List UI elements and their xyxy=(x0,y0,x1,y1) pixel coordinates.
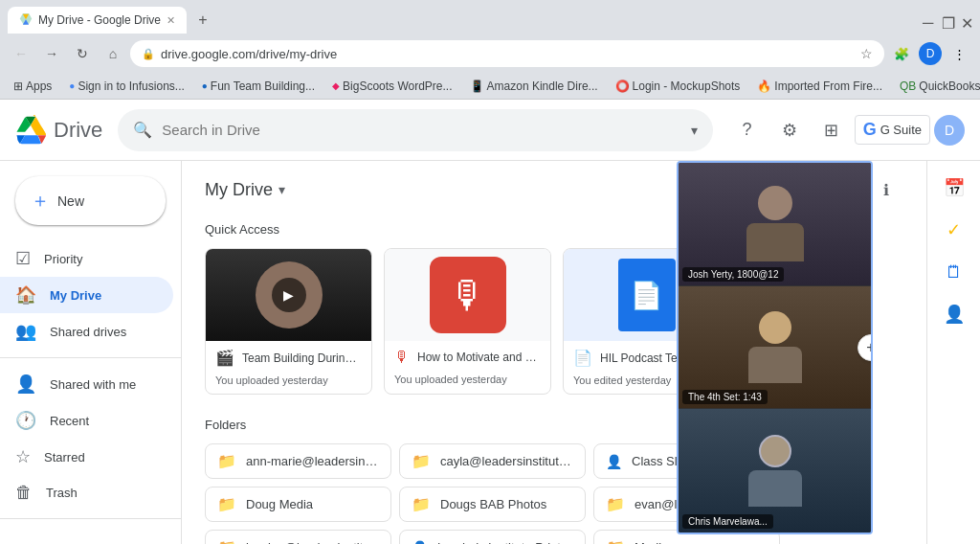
folder-jessica[interactable]: 📁 jessica@leadersinstitute... xyxy=(205,530,391,544)
sidebar-item-shared-with-me[interactable]: 👤 Shared with me xyxy=(0,366,173,402)
sidebar-item-shared-drives[interactable]: 👥 Shared drives xyxy=(0,313,173,350)
folder-doug-media[interactable]: 📁 Doug Media xyxy=(205,487,391,522)
minimize-button[interactable]: ─ xyxy=(923,14,934,26)
contacts-panel-button[interactable]: 👤 xyxy=(935,295,973,333)
title-dropdown-icon[interactable]: ▾ xyxy=(278,182,285,197)
shared-with-me-icon: 👤 xyxy=(15,374,36,395)
back-button[interactable]: ← xyxy=(8,40,34,67)
apps-button[interactable]: ⊞ xyxy=(813,111,851,149)
gsuite-label: G Suite xyxy=(880,123,922,137)
head-1 xyxy=(758,186,792,220)
drive-header: Drive 🔍 ▾ ? ⚙ ⊞ G G Suite D xyxy=(0,100,980,161)
bookmark-firefox[interactable]: 🔥 Imported From Fire... xyxy=(751,78,888,95)
tasks-panel-button[interactable]: ✓ xyxy=(935,211,973,249)
header-actions: ? ⚙ ⊞ G G Suite D xyxy=(728,111,965,149)
bookmark-fun-team[interactable]: ● Fun Team Building... xyxy=(196,78,321,95)
video-label-2: The 4th Set: 1:43 xyxy=(682,390,768,404)
folder-leaders-printed[interactable]: 👤 Leader's Institute Printed ... xyxy=(399,530,586,544)
folder-icon-8: 👤 xyxy=(412,540,428,545)
sidebar-item-my-drive[interactable]: 🏠 My Drive xyxy=(0,277,173,313)
tab-title: My Drive - Google Drive xyxy=(38,13,161,27)
sidebar-item-trash[interactable]: 🗑 Trash xyxy=(0,475,173,510)
bookmark-bigscoots[interactable]: ◆ BigScoots WordPre... xyxy=(326,78,458,95)
drive-favicon-icon xyxy=(19,13,33,27)
video-label-1: Josh Yerty, 1800@12 xyxy=(682,267,784,282)
sidebar-item-priority[interactable]: ☑ Priority xyxy=(0,240,173,277)
recent-label: Recent xyxy=(50,414,89,428)
video-grid: Josh Yerty, 1800@12 The 4th Set: 1:43 xyxy=(679,163,871,533)
forward-button[interactable]: → xyxy=(38,40,65,67)
bookmark-apps[interactable]: ⊞ Apps xyxy=(8,78,57,95)
address-bar-row: ← → ↻ ⌂ 🔒 drive.google.com/drive/my-driv… xyxy=(0,34,980,73)
settings-button[interactable]: ⚙ xyxy=(770,111,809,149)
toolbar-icons: 🧩 D ⋮ xyxy=(888,40,972,67)
quick-card-video[interactable]: ▶ 🎬 Team Building During Covi... You upl… xyxy=(205,248,372,395)
sidebar-item-recent[interactable]: 🕐 Recent xyxy=(0,402,173,439)
calendar-panel-button[interactable]: 📅 xyxy=(935,169,973,207)
folder-dougs-bab[interactable]: 📁 Dougs BAB Photos xyxy=(399,487,586,522)
address-bar[interactable]: 🔒 drive.google.com/drive/my-drive ☆ xyxy=(130,40,884,67)
window-controls: ─ ❐ ✕ xyxy=(923,14,972,26)
bookmark-signin[interactable]: ● Sign in to Infusions... xyxy=(63,78,189,95)
new-button[interactable]: ＋ New xyxy=(15,176,166,225)
starred-icon: ☆ xyxy=(15,446,31,467)
video-panel: Josh Yerty, 1800@12 The 4th Set: 1:43 xyxy=(677,161,873,534)
restore-button[interactable]: ❐ xyxy=(942,14,953,26)
menu-icon[interactable]: ⋮ xyxy=(946,40,972,67)
sidebar-divider-2 xyxy=(0,518,181,519)
folder-cayla[interactable]: 📁 cayla@leadersinstitute.c... xyxy=(399,443,586,479)
bookmark-star-icon[interactable]: ☆ xyxy=(860,46,873,61)
folder-icon-9: 📁 xyxy=(606,538,625,544)
video-cell-2: The 4th Set: 1:43 xyxy=(679,286,871,410)
body-3 xyxy=(748,470,802,507)
firefox-icon: 🔥 xyxy=(757,79,771,93)
active-tab[interactable]: My Drive - Google Drive ✕ xyxy=(8,7,187,34)
folder-ann-marie[interactable]: 📁 ann-marie@leadersinstitut... xyxy=(205,443,391,479)
info-panel-button[interactable]: ℹ xyxy=(869,172,903,207)
starred-label: Starred xyxy=(44,450,85,465)
close-tab-icon[interactable]: ✕ xyxy=(167,14,175,27)
bookmark-quickbooks[interactable]: QB QuickBooks Online... xyxy=(894,78,980,95)
search-input[interactable] xyxy=(162,122,680,138)
shared-drives-label: Shared drives xyxy=(50,325,126,339)
signin-label: Sign in to Infusions... xyxy=(78,79,184,93)
folder-name-5: Dougs BAB Photos xyxy=(440,497,546,511)
home-button[interactable]: ⌂ xyxy=(100,40,126,67)
body-1 xyxy=(746,223,804,261)
fun-team-icon: ● xyxy=(202,80,208,91)
help-button[interactable]: ? xyxy=(728,111,767,149)
new-tab-button[interactable]: + xyxy=(190,8,215,33)
amazon-icon: 📱 xyxy=(470,79,484,93)
qb-icon: QB xyxy=(900,79,916,93)
card-name-2: How to Motivate and Build ... xyxy=(417,351,541,364)
person-3 xyxy=(748,435,802,507)
search-bar[interactable]: 🔍 ▾ xyxy=(118,109,712,151)
drive-logo[interactable]: Drive xyxy=(15,115,102,146)
bookmark-amazon[interactable]: 📱 Amazon Kindle Dire... xyxy=(464,78,604,95)
folder-name-4: Doug Media xyxy=(246,497,313,511)
app-container: Drive 🔍 ▾ ? ⚙ ⊞ G G Suite D ＋ New xyxy=(0,100,980,544)
profile-icon[interactable]: D xyxy=(917,40,944,67)
mockup-label: Login - MockupShots xyxy=(633,79,741,93)
bookmark-mockup[interactable]: ⭕ Login - MockupShots xyxy=(610,78,746,95)
extensions-icon[interactable]: 🧩 xyxy=(888,40,915,67)
drive-logo-icon xyxy=(15,115,46,146)
reload-button[interactable]: ↻ xyxy=(69,40,96,67)
search-dropdown-icon[interactable]: ▾ xyxy=(691,123,698,138)
search-icon: 🔍 xyxy=(133,121,152,139)
quick-card-audio[interactable]: 🎙 🎙 How to Motivate and Build ... You up… xyxy=(384,248,551,395)
priority-icon: ☑ xyxy=(15,248,31,269)
url-text: drive.google.com/drive/my-drive xyxy=(161,47,337,61)
trash-label: Trash xyxy=(46,486,78,500)
gsuite-badge[interactable]: G G Suite xyxy=(855,115,930,145)
notes-panel-button[interactable]: 🗒 xyxy=(935,253,973,291)
content-title[interactable]: My Drive ▾ xyxy=(205,180,285,200)
close-window-button[interactable]: ✕ xyxy=(961,14,972,26)
doc-icon-symbol: 📄 xyxy=(630,280,663,311)
my-drive-label: My Drive xyxy=(50,288,101,303)
user-avatar-button[interactable]: D xyxy=(934,115,965,146)
amazon-label: Amazon Kindle Dire... xyxy=(487,79,598,93)
sidebar-item-starred[interactable]: ☆ Starred xyxy=(0,439,173,475)
fun-team-label: Fun Team Building... xyxy=(211,79,315,93)
folder-icon-3: 👤 xyxy=(606,454,622,469)
